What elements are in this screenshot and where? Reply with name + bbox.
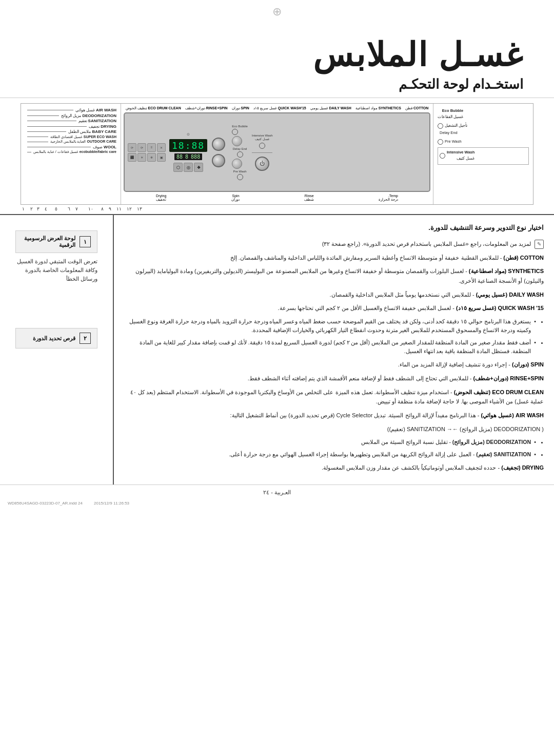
intensive-indicator: [259, 143, 265, 149]
rpl-circle-2: [438, 139, 443, 145]
panel-indicator-2: [237, 151, 243, 158]
para-eco-drum: ECO DRUM CLEAN (تنظيف الحوض) - استخدام م…: [122, 387, 544, 406]
panel-small-icons: ⬡ ◎ ❖: [173, 163, 203, 172]
panel-knob-left: ⬡: [173, 163, 183, 172]
mode-row-babycare: BABY CARE ملابس الطفل: [26, 129, 116, 134]
bullet-item-2: أضف فقط مقدار صغير من المادة المنظفة للم…: [122, 338, 536, 356]
panel-btn-group: Eco Bubble Delay End Pre Wash: [232, 125, 248, 180]
panel-icon-8: ▣: [157, 153, 166, 162]
mode-row-drying: DRYING تجفيف: [26, 124, 116, 129]
bullet-list: يستغرق هذا البرنامج حوالي ١٥ دقيقة كحد أ…: [122, 317, 544, 356]
panel-knob-mid: ◎: [184, 163, 193, 172]
main-title: غسـل الملابس: [31, 36, 523, 74]
panel-btn-delay[interactable]: [232, 136, 242, 146]
panel-icon-7: ❄: [147, 153, 156, 162]
panel-ecobubble-label: Eco Bubble: [232, 125, 248, 128]
panel-icons-grid: ⟳ ⟳ ≡ ✕ ⬛ ☀ ❄ ▣: [128, 143, 166, 162]
note-ref: ✎ لمزيد من المعلومات، راجع «غسل الملابس …: [122, 239, 544, 249]
panel-icon-4: ✕: [157, 143, 166, 152]
section-heading: اختيار نوع التدوير وسرعة التنشيف للدورة.: [122, 223, 544, 233]
mode-row-wool: WOOL صوف: [26, 145, 116, 149]
para-spin: SPIN (دوران) - إجراء دورة تنشيف إضافية ل…: [122, 360, 544, 370]
panel-icon-2: ⟳: [137, 143, 146, 152]
bullet-list-2: DEODORIZATION (مزيل الروائح) - تقليل نسب…: [122, 438, 544, 459]
top-modes: COTTON قطن SYNTHETICS مواد اصطناعية DAIL…: [126, 106, 429, 110]
panel-sub-display: 88 8 888: [174, 153, 202, 160]
mode-row-deodorization: DEODORIZATION مزيل الروائح: [26, 113, 116, 118]
bullet-sanitization: SANITIZATION (تعقيم) - العمل على إزالة ا…: [122, 450, 536, 459]
num-label-2: ٢: [30, 206, 33, 211]
page-header: غسـل الملابس استخـدام لوحة التحكـم: [0, 21, 554, 98]
panel-icon-5: ⬛: [128, 153, 136, 162]
intensive-wash-text: Intensive Washغسل كثيف: [252, 134, 273, 141]
control-panel: ⟳ ⟳ ≡ ✕ ⬛ ☀ ❄ ▣ ⊙ 18:88 88 8 888: [124, 112, 430, 192]
main-text-col: اختيار نوع التدوير وسرعة التنشيف للدورة.…: [113, 215, 554, 484]
diagram-right-labels: Eco Bubbleغسيل الفقاعات تأجيل التشغيل De…: [433, 104, 533, 204]
rpl-ecobubble: Eco Bubbleغسيل الفقاعات: [438, 108, 529, 120]
section-1-content: تعرض الوقت المتبقي لدورة الغسيل وكافة ال…: [8, 253, 105, 287]
num-label-4: ٤: [45, 206, 47, 211]
panel-knobs: [212, 138, 225, 167]
panel-btn-prewash[interactable]: [232, 159, 242, 169]
intensive-wash-box: Intensive Washغسل كثيف: [438, 147, 529, 165]
panel-knob-2[interactable]: [212, 154, 225, 167]
section-label-1: ١ لوحة العرض الرسومية الرقمية: [15, 230, 97, 253]
bullet-item-1: يستغرق هذا البرنامج حوالي ١٥ دقيقة كحد أ…: [122, 317, 536, 335]
panel-far-right: Intensive Washغسل كثيف ⏻: [252, 134, 273, 171]
sub-title: استخـدام لوحة التحكـم: [31, 76, 523, 92]
diagram-center: COTTON قطن SYNTHETICS مواد اصطناعية DAIL…: [121, 104, 433, 204]
rpl-circle-3: [440, 153, 445, 159]
para-air-wash: AIR WASH (غسيل هوائي) - هذا البرنامج مفي…: [122, 411, 544, 420]
num-label-13: ١٣: [137, 206, 142, 211]
diagram-numbers: ١ ٢ ٣ ٤ ٥ ٦ ٧ ١٠ ٨ ٩ ١١ ١٢ ١٣: [21, 205, 533, 211]
para-cotton: COTTON (قطن) - للملابس القطنية خفيفة أو …: [122, 253, 544, 263]
footer-text: العـربية - ٢٤: [263, 489, 291, 496]
right-panel-content: Eco Bubbleغسيل الفقاعات تأجيل التشغيل De…: [438, 108, 529, 165]
num-label-7: ٧: [75, 206, 78, 211]
section-title-1: لوحة العرض الرسومية الرقمية: [22, 235, 75, 248]
panel-icon-3: ≡: [147, 143, 156, 152]
section-number-2: ٢: [80, 333, 91, 344]
panel-icon-6: ☀: [137, 153, 146, 162]
panel-indicator-3: [237, 174, 243, 180]
panel-prewash-label: Pre Wash: [232, 170, 248, 173]
panel-bottom-labels: Temp.درجة الحرارة Rinseشطف Spinدوران Dry…: [124, 194, 430, 202]
rpl-circle-1: [438, 123, 443, 129]
para-drying: DRYING (تجفيف) - حدده لتجفيف الملابس أوت…: [122, 463, 544, 473]
top-crosshair: ⊕: [272, 5, 282, 18]
num-label-5: ٥: [55, 206, 57, 211]
panel-display-area: ⊙ 18:88 88 8 888 ⬡ ◎ ❖: [169, 132, 207, 172]
panel-divider: [252, 152, 272, 153]
num-label-1: ١: [21, 206, 26, 211]
panel-icon-1: ⟳: [128, 143, 136, 152]
num-label-9: ٩: [109, 206, 111, 211]
power-button[interactable]: ⏻: [255, 157, 269, 171]
panel-right-buttons: Eco Bubble Delay End Pre Wash: [232, 125, 248, 180]
panel-indicator-1: [232, 129, 238, 135]
mode-row-supereco: SUPER ECO WASH غسيل اقتصادي الطاقة: [26, 135, 116, 139]
num-label-11: ١١: [116, 206, 122, 211]
panel-led-display: 18:88: [169, 139, 207, 152]
panel-indicators: [232, 129, 248, 135]
mode-row-airwash: AIR WASH غسل هوائي: [26, 108, 116, 112]
note-icon: ✎: [535, 240, 544, 249]
num-label-10: ١٠: [88, 206, 93, 211]
file-info: WD856U4SAGD-03223D-07_AR.indd 24 2015/12…: [0, 500, 554, 507]
panel-knob-right: ❖: [194, 163, 203, 172]
num-label-3: ٣: [37, 206, 39, 211]
mode-row-ecobubble: ecobubble/fabric care غسيل فقاعات / عناي…: [26, 150, 116, 154]
panel-knob-1[interactable]: [212, 138, 225, 151]
panel-time-label: ⊙: [187, 132, 190, 137]
diagram-section: AIR WASH غسل هوائي DEODORIZATION مزيل ال…: [0, 98, 554, 214]
para-rinse-spin: RINSE+SPIN (دوران+شطف) - للملابس التي تح…: [122, 374, 544, 383]
panel-delay-label: Delay End: [232, 147, 248, 150]
para-deodorization-sub: ( DEODORIZATION (مزيل الروائح) ←→ SANITI…: [122, 424, 544, 434]
para-daily-wash: DAILY WASH (غسيل يومي) - للملابس التي نس…: [122, 290, 544, 300]
section-title-2: قرص تحديد الدورة: [33, 335, 75, 342]
page-footer: العـربية - ٢٤: [0, 484, 554, 500]
num-label-6: ٦: [68, 206, 70, 211]
section-number-1: ١: [80, 236, 91, 247]
main-two-col: اختيار نوع التدوير وسرعة التنشيف للدورة.…: [0, 215, 554, 484]
num-label-8: ٨: [101, 206, 104, 211]
diagram-inner: AIR WASH غسل هوائي DEODORIZATION مزيل ال…: [21, 103, 533, 205]
